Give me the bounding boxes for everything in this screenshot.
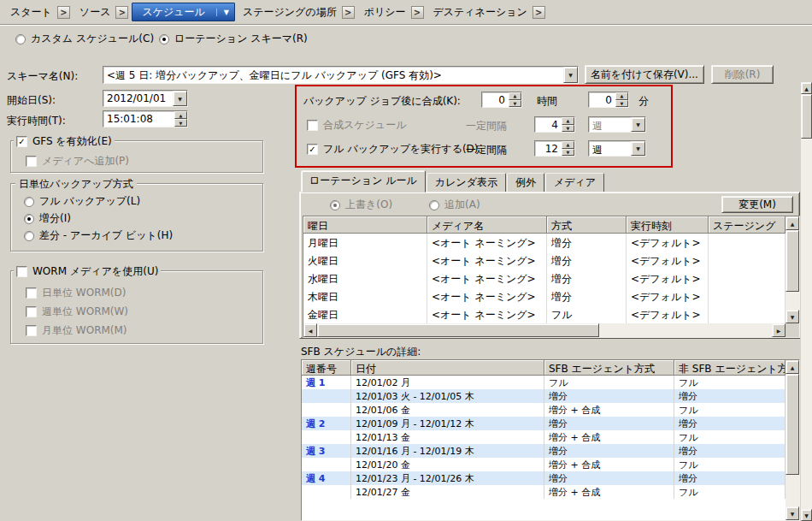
synthesis-hours-spinner[interactable]: 0 ▲ ▼ <box>481 92 522 108</box>
cell-non-sfb-method: フル <box>674 485 786 499</box>
table-row[interactable]: 12/01/06 金 増分 + 合成 フル <box>302 403 799 417</box>
tab-start[interactable]: スタート > <box>4 3 72 21</box>
spin-down-icon[interactable]: ▼ <box>174 119 187 127</box>
cell-staging <box>709 269 786 287</box>
start-date-picker[interactable]: 2012/01/01 ▼ <box>103 90 188 107</box>
scrollbar-thumb[interactable] <box>317 323 599 337</box>
table-row[interactable]: 12/01/03 火 - 12/01/05 木 増分 増分 <box>302 389 799 403</box>
scroll-up-button[interactable]: ▲ <box>801 82 812 94</box>
gfs-enable-checkbox[interactable]: ✓ GFS を有効化(E) <box>14 134 115 149</box>
column-header-staging[interactable]: ステージング <box>709 216 786 234</box>
table-row[interactable]: 12/01/27 金 増分 + 合成 フル <box>302 485 799 499</box>
synthesis-minutes-spinner[interactable]: 0 ▲ ▼ <box>588 92 629 108</box>
table-row[interactable]: 週 3 12/01/16 月 - 12/01/19 木 増分 増分 <box>302 444 799 458</box>
dropdown-arrow-icon[interactable]: ▼ <box>563 67 578 83</box>
scroll-down-button[interactable]: ▼ <box>801 509 812 521</box>
scrollbar-thumb[interactable] <box>801 94 812 139</box>
column-header-date[interactable]: 日付 <box>351 360 544 376</box>
scroll-down-button[interactable]: ▼ <box>786 506 799 520</box>
scrollbar-thumb[interactable] <box>786 374 799 475</box>
scroll-right-button[interactable]: ▶ <box>772 323 786 337</box>
change-button[interactable]: 変更(M) <box>721 196 793 213</box>
table-row[interactable]: 金曜日 <オート ネーミング> フル <デフォルト> <box>303 305 799 323</box>
column-header-media-name[interactable]: メディア名 <box>427 216 547 234</box>
custom-schedule-radio[interactable]: カスタム スケジュール(C) <box>15 32 154 46</box>
table-row[interactable]: 週 1 12/01/02 月 フル フル <box>302 376 799 389</box>
table-row[interactable]: 週 4 12/01/23 月 - 12/01/26 木 増分 増分 <box>302 471 799 485</box>
column-header-method[interactable]: 方式 <box>547 216 627 234</box>
full-backup-interval-spinner[interactable]: 12 ▲ ▼ <box>534 140 575 157</box>
radio-checked-icon <box>159 34 169 44</box>
tab-staging-location[interactable]: ステージングの場所 > <box>237 3 356 21</box>
worm-monthly-label: 月単位 WORM(M) <box>42 323 127 338</box>
rotation-scheme-radio[interactable]: ローテーション スキーマ(R) <box>159 32 308 46</box>
tab-calendar-view[interactable]: カレンダ表示 <box>427 173 506 192</box>
table-row[interactable]: 12/01/13 金 増分 + 合成 フル <box>302 430 799 444</box>
tab-destination[interactable]: デスティネーション > <box>427 3 547 21</box>
overwrite-radio[interactable]: 上書き(O) <box>330 198 392 212</box>
tab-schedule[interactable]: スケジュール ▼ <box>132 3 235 21</box>
spin-down-icon[interactable]: ▼ <box>509 100 521 108</box>
column-header-sfb-agent-method[interactable]: SFB エージェント方式 <box>544 360 674 376</box>
spin-down-icon[interactable]: ▼ <box>562 149 574 157</box>
daily-differential-radio[interactable]: 差分 - アーカイブ ビット(H) <box>24 228 173 243</box>
column-header-week-number[interactable]: 週番号 <box>302 360 351 376</box>
full-backup-checkbox[interactable]: ✓ フル バックアップを実行する(D) <box>307 142 479 157</box>
tab-rotation-rules[interactable]: ローテーション ルール <box>301 170 426 192</box>
window-vertical-scrollbar[interactable]: ▲ ▼ <box>801 82 812 521</box>
dropdown-arrow-icon[interactable]: ▼ <box>173 91 187 106</box>
rules-horizontal-scrollbar[interactable]: ◀ ▶ <box>303 323 786 337</box>
spin-down-icon[interactable]: ▼ <box>562 125 574 133</box>
tab-media[interactable]: メディア <box>545 173 604 192</box>
table-row[interactable]: 週 2 12/01/09 月 - 12/01/12 木 増分 増分 <box>302 417 799 430</box>
table-row[interactable]: 火曜日 <オート ネーミング> 増分 <デフォルト> <box>303 252 799 269</box>
spin-up-icon[interactable]: ▲ <box>509 92 521 100</box>
tab-policy[interactable]: ポリシー > <box>358 3 426 21</box>
append-label: 追加(A) <box>444 198 480 212</box>
daily-full-backup-radio[interactable]: フル バックアップ(L) <box>24 194 140 209</box>
synthesis-interval-spinner[interactable]: 4 ▲ ▼ <box>534 116 575 133</box>
synthesis-interval-unit-combobox[interactable]: 週 ▼ <box>588 116 646 133</box>
cell-method: 増分 <box>547 234 627 252</box>
synthesis-schedule-checkbox[interactable]: 合成スケジュール <box>307 118 406 133</box>
checkbox-icon <box>26 287 37 299</box>
sfb-vertical-scrollbar[interactable]: ▲ ▼ <box>786 360 799 520</box>
scrollbar-thumb[interactable] <box>786 230 799 292</box>
daily-incremental-radio[interactable]: 増分(I) <box>24 211 71 226</box>
tab-exceptions[interactable]: 例外 <box>507 173 544 192</box>
column-header-non-sfb-agent-method[interactable]: 非 SFB エージェント方... <box>674 360 786 376</box>
worm-use-checkbox[interactable]: WORM メディアを使用(U) <box>14 264 161 279</box>
checkbox-icon <box>26 306 37 317</box>
dropdown-arrow-icon[interactable]: ▼ <box>631 141 645 156</box>
table-row[interactable]: 12/01/20 金 増分 + 合成 フル <box>302 458 799 471</box>
rules-vertical-scrollbar[interactable]: ▲ ▼ <box>786 216 799 323</box>
spin-down-icon[interactable]: ▼ <box>615 100 628 108</box>
column-header-day[interactable]: 曜日 <box>303 216 427 234</box>
worm-daily-checkbox[interactable]: 日単位 WORM(D) <box>26 286 126 300</box>
table-row[interactable]: 月曜日 <オート ネーミング> 増分 <デフォルト> <box>303 234 799 252</box>
save-as-button[interactable]: 名前を付けて保存(V)... <box>585 65 704 84</box>
table-row[interactable]: 水曜日 <オート ネーミング> 増分 <デフォルト> <box>303 269 799 287</box>
scroll-up-button[interactable]: ▲ <box>786 216 799 230</box>
dropdown-arrow-icon[interactable]: ▼ <box>631 117 645 132</box>
tab-source[interactable]: ソース > <box>74 3 131 21</box>
scroll-left-button[interactable]: ◀ <box>303 323 317 337</box>
delete-button[interactable]: 削除(R) <box>711 65 774 84</box>
cell-non-sfb-method: フル <box>674 430 786 444</box>
worm-monthly-checkbox[interactable]: 月単位 WORM(M) <box>26 323 127 338</box>
cell-method: 増分 <box>547 287 627 305</box>
spin-up-icon[interactable]: ▲ <box>562 141 574 149</box>
spin-up-icon[interactable]: ▲ <box>562 117 574 125</box>
scroll-down-button[interactable]: ▼ <box>786 310 799 323</box>
spin-up-icon[interactable]: ▲ <box>615 92 628 100</box>
table-row[interactable]: 木曜日 <オート ネーミング> 増分 <デフォルト> <box>303 287 799 305</box>
worm-weekly-checkbox[interactable]: 週単位 WORM(W) <box>26 305 128 319</box>
full-backup-interval-unit-combobox[interactable]: 週 ▼ <box>588 140 646 157</box>
column-header-exec-time[interactable]: 実行時刻 <box>627 216 709 234</box>
spin-up-icon[interactable]: ▲ <box>174 111 187 119</box>
append-media-checkbox[interactable]: メディアへ追加(P) <box>26 154 129 169</box>
exec-time-spinner[interactable]: 15:01:08 ▲ ▼ <box>103 110 188 127</box>
schema-name-combobox[interactable]: <週 5 日: 増分バックアップ、金曜日にフル バックアップ (GFS 有効)>… <box>103 66 579 84</box>
scroll-up-button[interactable]: ▲ <box>786 360 799 374</box>
append-radio[interactable]: 追加(A) <box>429 198 480 212</box>
